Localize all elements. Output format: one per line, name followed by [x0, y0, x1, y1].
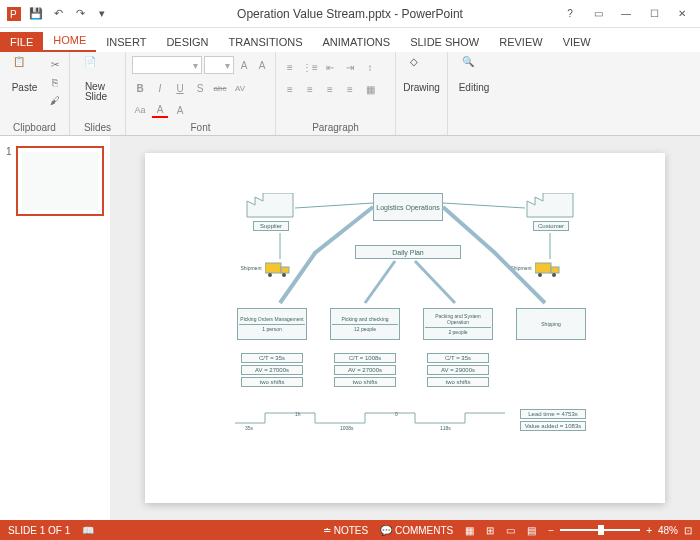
zoom-slider[interactable]	[560, 529, 640, 531]
logistics-title[interactable]: Logistics Operations	[373, 193, 443, 221]
zoom-out-icon[interactable]: −	[548, 525, 554, 536]
font-color-button[interactable]: A	[152, 102, 168, 118]
tab-animations[interactable]: ANIMATIONS	[313, 32, 401, 52]
format-painter-icon[interactable]: 🖌	[47, 92, 63, 108]
daily-plan-box[interactable]: Daily Plan	[355, 245, 461, 259]
notes-button[interactable]: ≐ NOTES	[323, 525, 368, 536]
align-center-icon[interactable]: ≡	[302, 81, 318, 97]
fit-window-icon[interactable]: ⊡	[684, 525, 692, 536]
status-bar: SLIDE 1 OF 1 📖 ≐ NOTES 💬 COMMENTS ▦ ⊞ ▭ …	[0, 520, 700, 540]
increase-font-icon[interactable]: A	[236, 57, 252, 73]
data-2-1[interactable]: AV = 27000s	[334, 365, 396, 375]
truck-icon[interactable]	[535, 261, 561, 277]
normal-view-icon[interactable]: ▦	[465, 525, 474, 536]
new-slide-button[interactable]: 📄 New Slide	[76, 56, 116, 102]
timeline-4: 118s	[440, 425, 451, 431]
reading-view-icon[interactable]: ▭	[506, 525, 515, 536]
data-3-2[interactable]: two shifts	[427, 377, 489, 387]
process-1[interactable]: Picking Orders Management1 person	[237, 308, 307, 340]
supplier-label[interactable]: Supplier	[253, 221, 289, 231]
find-icon: 🔍	[462, 56, 486, 80]
editing-button[interactable]: 🔍Editing	[454, 56, 494, 93]
chevron-down-icon: ▾	[225, 60, 230, 71]
data-2-0[interactable]: C/T = 1008s	[334, 353, 396, 363]
paste-button[interactable]: 📋 Paste	[6, 56, 43, 93]
help-icon[interactable]: ?	[558, 5, 582, 23]
customer-factory-icon[interactable]	[525, 193, 575, 219]
tab-file[interactable]: FILE	[0, 32, 43, 52]
svg-rect-9	[551, 267, 559, 273]
save-icon[interactable]: 💾	[28, 6, 44, 22]
numbering-icon[interactable]: ⋮≡	[302, 59, 318, 75]
justify-icon[interactable]: ≡	[342, 81, 358, 97]
process-3[interactable]: Packing and System Operation2 people	[423, 308, 493, 340]
slide-counter[interactable]: SLIDE 1 OF 1	[8, 525, 70, 536]
slideshow-view-icon[interactable]: ▤	[527, 525, 536, 536]
cut-icon[interactable]: ✂	[47, 56, 63, 72]
line-spacing-icon[interactable]: ↕	[362, 59, 378, 75]
data-3-1[interactable]: AV = 29000s	[427, 365, 489, 375]
process-2-name: Picking and checking	[342, 316, 389, 322]
maximize-icon[interactable]: ☐	[642, 5, 666, 23]
truck-icon[interactable]	[265, 261, 291, 277]
process-1-name: Picking Orders Management	[240, 316, 303, 322]
slide-canvas[interactable]: Supplier Customer Logistics Operations D…	[145, 153, 665, 503]
data-1-0[interactable]: C/T = 35s	[241, 353, 303, 363]
svg-point-7	[282, 273, 286, 277]
data-3-0[interactable]: C/T = 35s	[427, 353, 489, 363]
sorter-view-icon[interactable]: ⊞	[486, 525, 494, 536]
tab-design[interactable]: DESIGN	[156, 32, 218, 52]
close-icon[interactable]: ✕	[670, 5, 694, 23]
indent-left-icon[interactable]: ⇤	[322, 59, 338, 75]
data-2-2[interactable]: two shifts	[334, 377, 396, 387]
align-right-icon[interactable]: ≡	[322, 81, 338, 97]
tab-review[interactable]: REVIEW	[489, 32, 552, 52]
tab-insert[interactable]: INSERT	[96, 32, 156, 52]
comments-button[interactable]: 💬 COMMENTS	[380, 525, 453, 536]
underline-button[interactable]: U	[172, 80, 188, 96]
spellcheck-icon[interactable]: 📖	[82, 525, 94, 536]
undo-icon[interactable]: ↶	[50, 6, 66, 22]
new-slide-label: New Slide	[85, 82, 107, 102]
align-left-icon[interactable]: ≡	[282, 81, 298, 97]
tab-view[interactable]: VIEW	[553, 32, 601, 52]
spacing-button[interactable]: AV	[232, 80, 248, 96]
bullets-icon[interactable]: ≡	[282, 59, 298, 75]
svg-marker-2	[247, 193, 293, 217]
timeline-ladder[interactable]	[235, 408, 515, 428]
supplier-factory-icon[interactable]	[245, 193, 295, 219]
qat-dropdown-icon[interactable]: ▾	[94, 6, 110, 22]
case-button[interactable]: Aa	[132, 102, 148, 118]
indent-right-icon[interactable]: ⇥	[342, 59, 358, 75]
tab-transitions[interactable]: TRANSITIONS	[219, 32, 313, 52]
redo-icon[interactable]: ↷	[72, 6, 88, 22]
slide-editor[interactable]: Supplier Customer Logistics Operations D…	[110, 136, 700, 520]
process-4[interactable]: Shipping	[516, 308, 586, 340]
shadow-button[interactable]: S	[192, 80, 208, 96]
zoom-level[interactable]: 48%	[658, 525, 678, 536]
zoom-in-icon[interactable]: +	[646, 525, 652, 536]
italic-button[interactable]: I	[152, 80, 168, 96]
minimize-icon[interactable]: —	[614, 5, 638, 23]
customer-label[interactable]: Customer	[533, 221, 569, 231]
font-family-select[interactable]: ▾	[132, 56, 202, 74]
data-1-2[interactable]: two shifts	[241, 377, 303, 387]
process-2[interactable]: Picking and checking12 people	[330, 308, 400, 340]
drawing-button[interactable]: ◇Drawing	[402, 56, 441, 93]
tab-slideshow[interactable]: SLIDE SHOW	[400, 32, 489, 52]
data-1-1[interactable]: AV = 27000s	[241, 365, 303, 375]
summary-0[interactable]: Lead time = 4753s	[520, 409, 586, 419]
highlight-button[interactable]: A	[172, 102, 188, 118]
summary-1[interactable]: Value added = 1083s	[520, 421, 586, 431]
ribbon-options-icon[interactable]: ▭	[586, 5, 610, 23]
columns-icon[interactable]: ▦	[362, 81, 378, 97]
copy-icon[interactable]: ⎘	[47, 74, 63, 90]
decrease-font-icon[interactable]: A	[254, 57, 270, 73]
font-size-select[interactable]: ▾	[204, 56, 234, 74]
svg-rect-5	[281, 267, 289, 273]
slide-thumbnail-1[interactable]	[16, 146, 104, 216]
bold-button[interactable]: B	[132, 80, 148, 96]
tab-home[interactable]: HOME	[43, 30, 96, 52]
process-3-name: Packing and System Operation	[425, 313, 491, 325]
strikethrough-button[interactable]: abc	[212, 80, 228, 96]
